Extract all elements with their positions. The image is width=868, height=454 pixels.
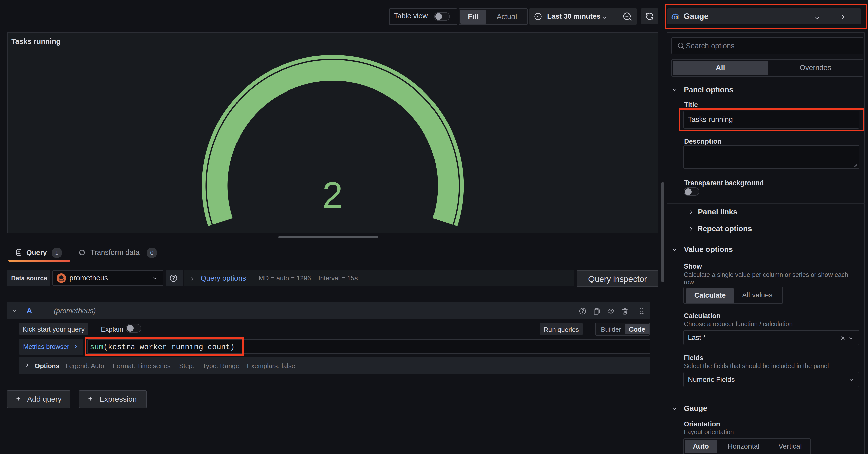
svg-text:79: 79 bbox=[674, 15, 677, 19]
